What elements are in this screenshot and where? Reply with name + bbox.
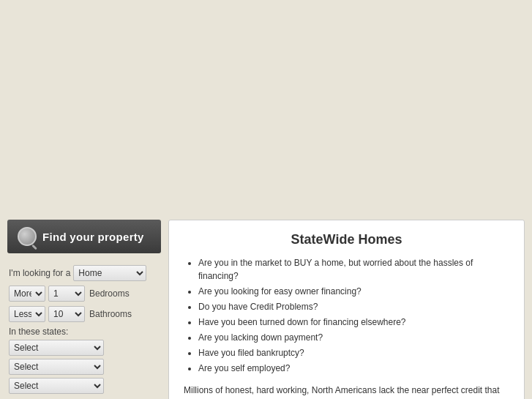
paragraph-1: Millions of honest, hard working, North … [184, 384, 509, 399]
list-item: Are you self employed? [198, 362, 509, 375]
list-item: Have you filed bankruptcy? [198, 346, 509, 359]
bedrooms-qualifier-select[interactable]: More Than Less Than Exactly [9, 286, 45, 302]
states-label: In these states: [9, 327, 160, 337]
sidebar: Find your property I'm looking for a Hom… [0, 220, 168, 399]
find-property-header: Find your property [7, 220, 161, 253]
state-select-2[interactable]: Select AlabamaAlaskaArizona CaliforniaFl… [9, 359, 104, 375]
bedrooms-row: More Than Less Than Exactly 1234 5678 91… [9, 286, 160, 302]
top-area [0, 0, 532, 220]
main-content: StateWide Homes Are you in the market to… [168, 220, 525, 399]
content-title: StateWide Homes [184, 232, 509, 247]
state-select-row-2: Select AlabamaAlaskaArizona CaliforniaFl… [9, 359, 160, 375]
bottom-area: Find your property I'm looking for a Hom… [0, 220, 532, 399]
looking-for-label: I'm looking for a [9, 268, 70, 278]
state-select-3[interactable]: Select AlabamaAlaskaArizona CaliforniaFl… [9, 378, 104, 394]
bedrooms-count-select[interactable]: 1234 5678 910 [48, 286, 85, 302]
list-item: Have you been turned down for financing … [198, 316, 509, 329]
sidebar-form: I'm looking for a Home Condo Land Commer… [7, 262, 161, 399]
list-item: Are you lacking down payment? [198, 331, 509, 344]
list-item: Are you looking for easy owner financing… [198, 285, 509, 298]
state-select-row-3: Select AlabamaAlaskaArizona CaliforniaFl… [9, 378, 160, 394]
looking-for-row: I'm looking for a Home Condo Land Commer… [9, 265, 160, 281]
list-item: Do you have Credit Problems? [198, 300, 509, 313]
list-item: Are you in the market to BUY a home, but… [198, 256, 509, 283]
page-wrapper: Find your property I'm looking for a Hom… [0, 0, 532, 399]
bedrooms-label: Bedrooms [89, 288, 130, 299]
content-list: Are you in the market to BUY a home, but… [184, 256, 509, 375]
bathrooms-qualifier-select[interactable]: More Than Less Than Exactly [9, 306, 45, 322]
find-property-title: Find your property [42, 231, 144, 243]
state-select-row-1: Select AlabamaAlaskaArizona CaliforniaFl… [9, 340, 160, 356]
state-select-1[interactable]: Select AlabamaAlaskaArizona CaliforniaFl… [9, 340, 104, 356]
bathrooms-row: More Than Less Than Exactly 1234 5678 91… [9, 306, 160, 322]
looking-for-select[interactable]: Home Condo Land Commercial [73, 265, 146, 281]
search-icon [18, 227, 37, 246]
bathrooms-label: Bathrooms [89, 309, 132, 319]
bathrooms-count-select[interactable]: 1234 5678 910 [48, 306, 85, 322]
